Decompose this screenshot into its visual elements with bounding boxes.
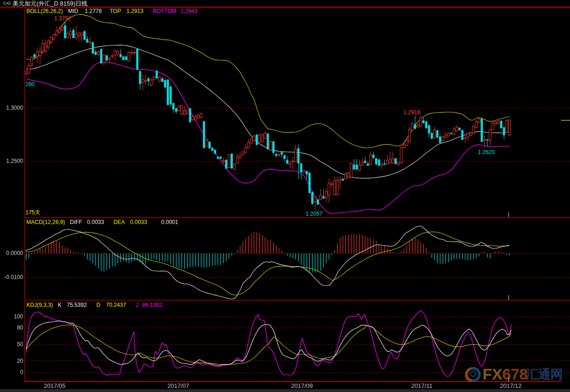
svg-text:100: 100 <box>14 313 23 320</box>
svg-text:80: 80 <box>17 324 24 331</box>
svg-text:70.2437: 70.2437 <box>106 302 126 308</box>
svg-text:FX678: FX678 <box>482 365 528 383</box>
svg-text:J: J <box>136 302 138 308</box>
svg-text:BOTTOM: BOTTOM <box>153 8 176 14</box>
svg-text:2017/11: 2017/11 <box>411 382 432 389</box>
svg-text:美元加元(外汇_D 8159)日线: 美元加元(外汇_D 8159)日线 <box>13 0 88 7</box>
svg-text:-0.0100: -0.0100 <box>4 274 23 280</box>
svg-text:0.0033: 0.0033 <box>130 219 147 225</box>
svg-text:20: 20 <box>17 358 24 364</box>
svg-text:DEA: DEA <box>113 219 125 225</box>
svg-text:汇通网: 汇通网 <box>526 367 563 381</box>
svg-text:BOLL(26,26,2): BOLL(26,26,2) <box>26 8 63 14</box>
svg-text:TOP: TOP <box>110 8 121 14</box>
svg-text:1.2500: 1.2500 <box>6 158 23 164</box>
svg-text:1.2778: 1.2778 <box>85 8 102 14</box>
svg-text:2017/05: 2017/05 <box>44 382 66 389</box>
svg-text:1.2057: 1.2057 <box>306 211 323 217</box>
svg-text:2017/12: 2017/12 <box>500 382 522 389</box>
svg-text:0.0033: 0.0033 <box>87 219 104 225</box>
svg-text:260: 260 <box>25 81 35 87</box>
svg-text:MACD(12,26,9): MACD(12,26,9) <box>26 219 65 225</box>
svg-text:0: 0 <box>20 369 23 375</box>
svg-text:0.0000: 0.0000 <box>6 250 23 256</box>
svg-text:2017/07: 2017/07 <box>168 382 189 389</box>
svg-text:KDJ(9,3,3): KDJ(9,3,3) <box>26 302 53 308</box>
svg-text:1.2643: 1.2643 <box>181 8 198 14</box>
svg-text:175天: 175天 <box>25 209 40 216</box>
svg-text:D: D <box>96 302 100 308</box>
svg-text:1.2913: 1.2913 <box>126 8 144 14</box>
svg-text:1.2916: 1.2916 <box>403 109 420 116</box>
svg-text:MID: MID <box>68 8 78 14</box>
svg-text:2017/09: 2017/09 <box>291 382 313 389</box>
svg-text:75.5392: 75.5392 <box>67 302 87 308</box>
svg-text:K: K <box>58 302 62 308</box>
svg-text:DIFF: DIFF <box>70 219 82 225</box>
svg-text:86.1302: 86.1302 <box>142 302 163 308</box>
svg-text:1.3000: 1.3000 <box>6 105 23 111</box>
svg-text:50: 50 <box>17 341 24 348</box>
svg-text:0.0001: 0.0001 <box>161 219 178 225</box>
svg-text:1.3792: 1.3792 <box>54 15 71 22</box>
svg-text:1.2620: 1.2620 <box>478 149 495 156</box>
